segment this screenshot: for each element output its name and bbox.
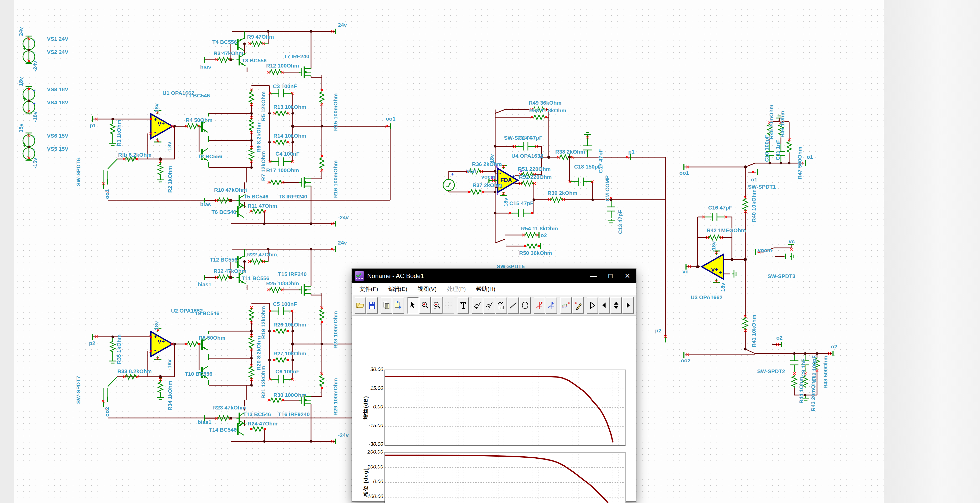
schematic-label[interactable]: T1 BC546: [185, 93, 210, 98]
zoom-in-icon[interactable]: [419, 297, 431, 314]
schematic-label[interactable]: -: [719, 255, 720, 261]
schematic-label[interactable]: -18v: [32, 111, 38, 122]
window-titlebar[interactable]: Noname - AC Bode1 —□✕: [352, 269, 636, 283]
schematic-label[interactable]: SW-SPDT5: [497, 263, 525, 269]
curve-query-icon[interactable]: [484, 297, 495, 314]
schematic-label[interactable]: R44 1Ohm: [799, 377, 804, 403]
toolbar[interactable]: [352, 295, 636, 316]
schematic-label[interactable]: R34 1kOhm: [167, 381, 173, 411]
schematic-label[interactable]: vc: [789, 239, 795, 244]
schematic-label[interactable]: -: [499, 170, 501, 176]
cursor-a-icon[interactable]: [534, 297, 545, 314]
phase-plot[interactable]: [385, 452, 626, 503]
schematic-label[interactable]: FDA: [500, 177, 512, 183]
schematic-label[interactable]: C10 100pF: [764, 135, 769, 162]
schematic-label[interactable]: R15 100mOhm: [332, 93, 338, 131]
pen-add-icon[interactable]: [572, 297, 584, 314]
minimize-button[interactable]: —: [585, 269, 602, 283]
schematic-label[interactable]: T13 BC546: [243, 411, 271, 417]
schematic-label[interactable]: C6 100nF: [275, 369, 299, 374]
schematic-label[interactable]: T16 IRF9240: [278, 411, 310, 417]
schematic-label[interactable]: bias1: [197, 282, 212, 287]
schematic-label[interactable]: R50 36kOhm: [519, 250, 552, 255]
schematic-label[interactable]: R5 12kOhm: [261, 91, 266, 121]
schematic-label[interactable]: R4 50Ohm: [186, 117, 213, 123]
schematic-label[interactable]: T6 BC546: [212, 209, 236, 215]
schematic-label[interactable]: R41 10kOhm: [751, 315, 756, 347]
schematic-label[interactable]: SW-SPDT6: [76, 158, 81, 186]
schematic-label[interactable]: R23 47kOhm: [213, 405, 246, 410]
schematic-label[interactable]: C16 47pF: [708, 205, 732, 210]
schematic-label[interactable]: oo2: [104, 407, 110, 417]
schematic-label[interactable]: -: [512, 180, 514, 186]
schematic-label[interactable]: o1: [751, 177, 757, 182]
schematic-label[interactable]: U4 OPA1632: [511, 153, 543, 159]
schematic-label[interactable]: R37 2kOhm: [473, 182, 503, 188]
schematic-label[interactable]: SW-SPDT2: [757, 368, 785, 374]
schematic-label[interactable]: C4 100nF: [275, 151, 299, 156]
nav-left-icon[interactable]: [598, 297, 610, 314]
schematic-label[interactable]: R9 47Ohm: [247, 34, 274, 40]
bode-window[interactable]: Noname - AC Bode1 —□✕ 文件(F)编辑(E)视图(V)处理(…: [352, 268, 636, 502]
schematic-label[interactable]: R24 47Ohm: [248, 421, 277, 426]
schematic-label[interactable]: +: [32, 88, 36, 94]
schematic-label[interactable]: R2 1kOhm: [167, 166, 173, 193]
schematic-label[interactable]: R11 47Ohm: [248, 203, 277, 208]
schematic-label[interactable]: T12 BC556: [210, 257, 237, 262]
schematic-label[interactable]: 18v: [720, 283, 725, 292]
schematic-label[interactable]: Rfb 8.2kOhm: [118, 152, 152, 157]
schematic-label[interactable]: T7 IRF240: [284, 54, 309, 59]
schematic-label[interactable]: vocm: [758, 248, 772, 253]
schematic-label[interactable]: +: [32, 38, 36, 43]
schematic-label[interactable]: R53 11.8kOhm: [529, 108, 566, 113]
schematic-label[interactable]: R38 2kOhm: [555, 149, 585, 154]
schematic-label[interactable]: R25 100Ohm: [266, 281, 299, 286]
copy-icon[interactable]: [381, 297, 392, 314]
schematic-label[interactable]: 24v: [338, 240, 347, 245]
schematic-label[interactable]: R43 20mOhm: [810, 377, 816, 411]
schematic-label[interactable]: R16 100mOhm: [332, 160, 338, 198]
paste-icon[interactable]: [393, 297, 404, 314]
schematic-label[interactable]: SW-SPDT1: [748, 184, 776, 189]
close-button[interactable]: ✕: [619, 269, 636, 283]
schematic-label[interactable]: R52 220Ohm: [519, 174, 552, 179]
gain-plot[interactable]: [385, 370, 626, 446]
schematic-label[interactable]: bias1: [197, 419, 212, 425]
schematic-label[interactable]: oo1: [386, 116, 395, 121]
schematic-label[interactable]: R13 10kOhm: [274, 104, 306, 109]
schematic-label[interactable]: R1 1kOhm: [116, 119, 121, 146]
schematic-label[interactable]: -18v: [711, 241, 716, 252]
schematic-label[interactable]: C14 47pF: [519, 135, 542, 140]
plot-client-area[interactable]: 30.0015.000.00-15.00-30.00 200.00100.000…: [352, 316, 636, 501]
schematic-label[interactable]: oo1: [104, 189, 110, 199]
nav-right-icon[interactable]: [622, 297, 634, 314]
schematic-label[interactable]: vocm: [481, 174, 495, 179]
schematic-label[interactable]: -: [154, 129, 156, 135]
save-icon[interactable]: [366, 297, 378, 314]
schematic-label[interactable]: SW-SPDT7: [76, 376, 81, 404]
schematic-label[interactable]: R40 10kOhm: [751, 189, 756, 222]
schematic-label[interactable]: R12 100Ohm: [266, 63, 299, 68]
cursor-b-icon[interactable]: [546, 297, 557, 314]
schematic-label[interactable]: 24v: [338, 22, 347, 28]
schematic-label[interactable]: C11 1nF: [775, 140, 780, 160]
schematic-label[interactable]: -: [154, 347, 156, 352]
schematic-label[interactable]: +: [154, 334, 157, 340]
schematic-label[interactable]: R46 1Ohm: [780, 111, 785, 138]
maximize-button[interactable]: □: [602, 269, 619, 283]
ellipse-icon[interactable]: [519, 297, 531, 314]
schematic-label[interactable]: +: [154, 116, 157, 122]
schematic-label[interactable]: -18v: [167, 142, 172, 152]
schematic-label[interactable]: -24v: [32, 61, 38, 71]
open-icon[interactable]: [355, 297, 366, 314]
schematic-label[interactable]: 15v: [18, 124, 24, 132]
schematic-label[interactable]: +: [719, 270, 722, 276]
menu-bar[interactable]: 文件(F)编辑(E)视图(V)处理(P)帮助(H): [352, 283, 636, 295]
schematic-label[interactable]: V+: [158, 121, 165, 127]
schematic-label[interactable]: U3 OPA1662: [690, 295, 722, 300]
schematic-label[interactable]: C18 150pF: [574, 164, 601, 169]
schematic-label[interactable]: 18v: [18, 77, 24, 86]
schematic-label[interactable]: R47 500Ohm: [797, 147, 802, 179]
schematic-label[interactable]: o1: [807, 154, 813, 160]
play-icon[interactable]: [587, 297, 598, 314]
